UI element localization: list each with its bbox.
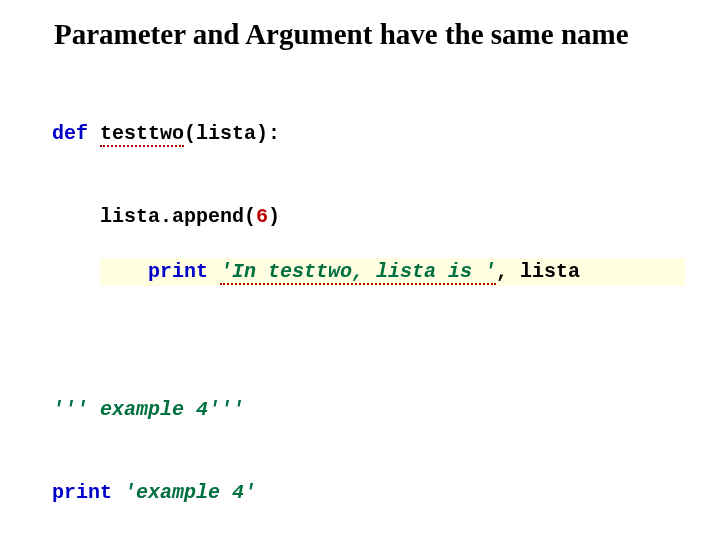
code-line-3: print 'In testtwo, lista is ', lista (100, 258, 685, 286)
slide-title: Parameter and Argument have the same nam… (54, 18, 700, 51)
code-text: lista.append( (52, 205, 256, 228)
code-text: (lista): (184, 122, 280, 145)
keyword-def: def (52, 122, 100, 145)
string: 'In testtwo, lista is ' (220, 260, 496, 285)
string: 'example 4' (124, 481, 256, 504)
number: 6 (256, 205, 268, 228)
blank-line (52, 313, 700, 341)
indent (100, 260, 148, 283)
code-text: , lista (496, 260, 580, 283)
code-line-1: def testtwo(lista): (52, 120, 700, 148)
code-line-2: lista.append(6) (52, 203, 700, 231)
code-line-4: ''' example 4''' (52, 396, 700, 424)
keyword-print: print (52, 481, 124, 504)
keyword-print: print (148, 260, 220, 283)
code-line-5: print 'example 4' (52, 479, 700, 507)
func-name: testtwo (100, 122, 184, 147)
slide-container: Parameter and Argument have the same nam… (0, 0, 720, 540)
code-text: ) (268, 205, 280, 228)
docstring: ''' example 4''' (52, 398, 244, 421)
code-block: def testtwo(lista): lista.append(6) prin… (52, 65, 700, 540)
